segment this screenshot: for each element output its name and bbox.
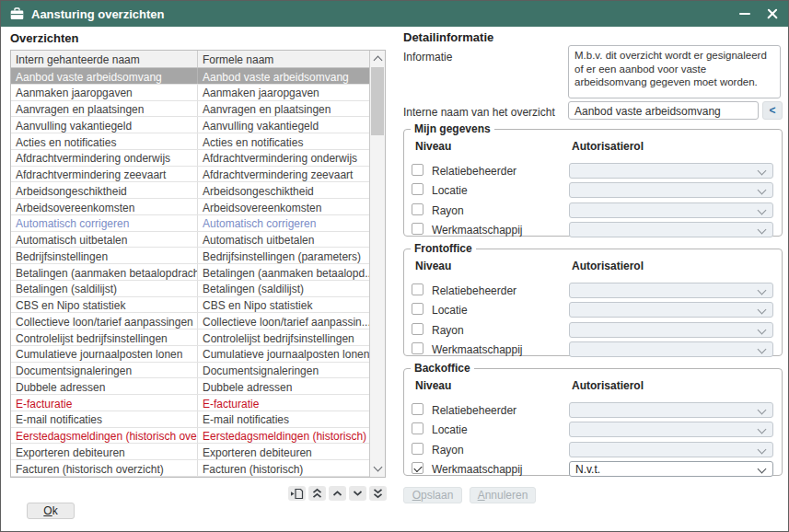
relatiebeheerder-checkbox[interactable] xyxy=(412,403,424,415)
locatie-checkbox[interactable] xyxy=(412,422,424,434)
table-row[interactable]: Automatisch uitbetalenAutomatisch uitbet… xyxy=(11,232,369,249)
autorisatierol-select[interactable] xyxy=(569,283,773,298)
first-record-button[interactable] xyxy=(308,486,326,501)
table-row[interactable]: Facturen (historisch overzicht)Facturen … xyxy=(11,460,369,477)
autorisatierol-select[interactable] xyxy=(569,402,773,418)
table-row[interactable]: Betalingen (aanmaken betaalopdrach...Bet… xyxy=(11,264,369,281)
goto-record-icon xyxy=(291,488,304,500)
interne-naam-label: Interne naam van het overzicht xyxy=(403,106,555,119)
chevron-down-icon xyxy=(758,405,767,414)
checkbox-label: Locatie xyxy=(432,304,468,317)
informatie-textarea[interactable]: M.b.v. dit overzicht wordt er gesignalee… xyxy=(568,45,781,98)
niveau-header: Niveau xyxy=(415,140,451,153)
goto-record-button[interactable] xyxy=(288,486,306,501)
autorisatierol-select[interactable]: N.v.t. xyxy=(569,461,773,477)
table-row[interactable]: Cumulatieve journaalposten lonenCumulati… xyxy=(11,346,369,363)
last-record-button[interactable] xyxy=(369,486,387,501)
scroll-up-icon[interactable] xyxy=(370,52,385,66)
groupbox-title: Frontoffice xyxy=(411,242,476,255)
table-row[interactable]: E-facturatieE-facturatie xyxy=(11,395,369,411)
cell-intern: Aanvragen en plaatsingen xyxy=(11,101,198,117)
table-row[interactable]: Automatisch corrigerenAutomatisch corrig… xyxy=(11,215,369,232)
cell-intern: Betalingen (aanmaken betaalopdrach... xyxy=(11,264,198,280)
table-row[interactable]: Dubbele adressenDubbele adressen xyxy=(11,378,369,395)
table-row[interactable]: Acties en notificatiesActies en notifica… xyxy=(11,133,369,150)
werkmaatschappij-checkbox[interactable] xyxy=(412,342,424,354)
table-header: Intern gehanteerde naam Formele naam xyxy=(11,51,369,68)
autorisatierol-select[interactable] xyxy=(569,302,773,318)
save-button[interactable]: Opslaan xyxy=(403,487,462,503)
cell-formeel: Documentsignaleringen xyxy=(198,363,369,378)
table-row[interactable]: Controlelijst bedrijfsinstellingenContro… xyxy=(11,330,369,346)
locatie-checkbox[interactable] xyxy=(412,303,424,315)
cell-formeel: Cumulatieve journaalposten lonen xyxy=(198,346,369,362)
table-row[interactable]: DocumentsignaleringenDocumentsignalering… xyxy=(11,363,369,379)
autorisatierol-header: Autorisatierol xyxy=(572,140,644,153)
table-row[interactable]: CBS en Nipo statistiekCBS en Nipo statis… xyxy=(11,297,369,314)
table-row[interactable]: ArbeidsongeschiktheidArbeidsongeschikthe… xyxy=(11,182,369,199)
minimize-icon[interactable] xyxy=(738,7,751,20)
checkbox-label: Werkmaatschappij xyxy=(432,463,522,476)
rayon-checkbox[interactable] xyxy=(412,443,424,455)
table-row[interactable]: Aanmaken jaaropgavenAanmaken jaaropgaven xyxy=(11,85,369,101)
autorisatierol-select[interactable] xyxy=(569,442,773,457)
table-row[interactable]: Exporteren debiteurenExporteren debiteur… xyxy=(11,444,369,460)
table-row[interactable]: Aanvragen en plaatsingenAanvragen en pla… xyxy=(11,101,369,118)
autorisatierol-select[interactable] xyxy=(569,202,773,218)
autorisatierol-select[interactable] xyxy=(569,322,773,338)
cell-intern: Arbeidsongeschiktheid xyxy=(11,182,198,198)
ok-button[interactable]: Ok xyxy=(27,503,75,519)
autorisatierol-select[interactable] xyxy=(569,341,773,357)
autorisatierol-select[interactable] xyxy=(569,222,773,237)
cell-formeel: Aanvulling vakantiegeld xyxy=(198,117,369,133)
table-row[interactable]: ArbeidsovereenkomstenArbeidsovereenkomst… xyxy=(11,199,369,215)
scroll-down-icon[interactable] xyxy=(370,461,385,476)
chevron-down-icon xyxy=(758,325,767,334)
previous-record-button[interactable] xyxy=(329,486,346,501)
dialog-window: Aansturing overzichten Overzichten Inter… xyxy=(0,0,789,532)
locatie-checkbox[interactable] xyxy=(412,183,424,195)
table-row[interactable]: Eerstedagsmeldingen (historisch ove...Ee… xyxy=(11,428,369,445)
cell-intern: Collectieve loon/tarief aanpassingen xyxy=(11,313,198,329)
table-row[interactable]: Aanvulling vakantiegeldAanvulling vakant… xyxy=(11,117,369,133)
cell-intern: E-mail notificaties xyxy=(11,411,198,427)
autorisatierol-select[interactable] xyxy=(569,182,773,198)
app-toolbox-icon xyxy=(10,7,24,20)
next-record-button[interactable] xyxy=(349,486,366,501)
interne-naam-input[interactable]: Aanbod vaste arbeidsomvang xyxy=(568,101,759,120)
relatiebeheerder-checkbox[interactable] xyxy=(412,164,424,176)
column-header-intern[interactable]: Intern gehanteerde naam xyxy=(11,51,198,67)
vertical-scrollbar[interactable] xyxy=(369,51,385,477)
table-row[interactable]: Collectieve loon/tarief aanpassingenColl… xyxy=(11,313,369,330)
cell-intern: Cumulatieve journaalposten lonen xyxy=(11,346,198,362)
cell-formeel: Automatisch uitbetalen xyxy=(198,232,369,248)
table-row[interactable]: BedrijfsinstellingenBedrijfsinstellingen… xyxy=(11,248,369,264)
autorisatierol-select[interactable] xyxy=(569,163,773,179)
cancel-button[interactable]: Annuleren xyxy=(470,487,536,503)
lookup-button[interactable]: < xyxy=(762,101,783,120)
groupbox-title: Backoffice xyxy=(411,362,474,375)
close-icon[interactable] xyxy=(766,7,779,20)
autorisatierol-select[interactable] xyxy=(569,422,773,437)
groupbox-backoffice: BackofficeNiveauAutorisatierolRelatiebeh… xyxy=(403,368,783,476)
table-row[interactable]: Afdrachtvermindering zeevaartAfdrachtver… xyxy=(11,167,369,183)
cell-intern: Afdrachtvermindering onderwijs xyxy=(11,150,198,166)
cell-intern: Afdrachtvermindering zeevaart xyxy=(11,167,198,182)
table-row[interactable]: Betalingen (saldilijst)Betalingen (saldi… xyxy=(11,281,369,297)
table-row[interactable]: Afdrachtvermindering onderwijsAfdrachtve… xyxy=(11,150,369,167)
relatiebeheerder-checkbox[interactable] xyxy=(412,283,424,295)
rayon-checkbox[interactable] xyxy=(412,323,424,335)
werkmaatschappij-checkbox[interactable] xyxy=(412,223,424,235)
groupbox-title: Mijn gegevens xyxy=(411,122,494,135)
table-row[interactable]: Aanbod vaste arbeidsomvangAanbod vaste a… xyxy=(11,68,369,85)
scrollbar-thumb[interactable] xyxy=(371,67,384,135)
cell-formeel: Betalingen (aanmaken betaalopd... xyxy=(198,264,369,280)
cell-formeel: E-facturatie xyxy=(198,395,369,411)
rayon-checkbox[interactable] xyxy=(412,203,424,215)
cell-intern: Documentsignaleringen xyxy=(11,363,198,378)
titlebar: Aansturing overzichten xyxy=(1,1,788,27)
niveau-row: Relatiebeheerder xyxy=(404,402,782,418)
table-row[interactable]: E-mail notificatiesE-mail notificaties xyxy=(11,411,369,428)
werkmaatschappij-checkbox[interactable] xyxy=(412,462,424,474)
column-header-formeel[interactable]: Formele naam xyxy=(198,51,369,67)
